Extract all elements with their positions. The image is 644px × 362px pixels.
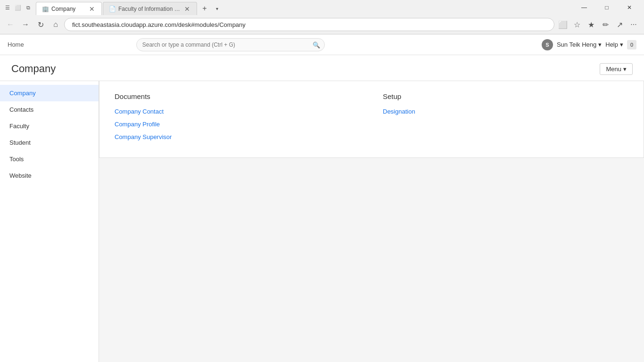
content-area: Documents Company Contact Company Profil… [99,81,644,362]
toolbar-icons: ⬜ ☆ ★ ✏ ↗ ··· [556,18,640,31]
favorites-icon[interactable]: ☆ [570,18,584,31]
menu-dropdown-icon: ▾ [623,66,627,73]
tab-favicon-company: 🏢 [42,6,49,12]
sidebar-item-website-label: Website [9,172,32,179]
module-panel: Documents Company Contact Company Profil… [99,81,644,158]
tab-title-company: Company [51,6,85,12]
help-button[interactable]: Help ▾ [605,41,623,48]
company-supervisor-link[interactable]: Company Supervisor [115,133,360,140]
sidebar-item-tools-label: Tools [9,156,24,163]
new-tab-button[interactable]: + [198,2,211,15]
sidebar-item-contacts-label: Contacts [9,106,33,113]
browser-chrome: ☰ ⬜ ⧉ 🏢 Company ✕ 📄 Faculty of Informati… [0,0,644,34]
tab-title-faculty: Faculty of Information Comi [118,6,181,12]
tab-close-company[interactable]: ✕ [88,5,96,13]
tab-close-faculty[interactable]: ✕ [183,5,191,13]
user-name-button[interactable]: Sun Teik Heng ▾ [557,41,602,48]
sidebar-item-company-label: Company [9,90,36,97]
close-button[interactable]: ✕ [619,0,640,15]
user-section: S Sun Teik Heng ▾ Help ▾ 0 [542,39,636,50]
sidebar-item-student-label: Student [9,139,31,146]
main-content: Company Contacts Faculty Student Tools W… [0,81,644,362]
forward-button[interactable]: → [19,18,32,31]
tabs-container: 🏢 Company ✕ 📄 Faculty of Information Com… [36,0,573,15]
tab-company[interactable]: 🏢 Company ✕ [36,2,102,15]
pen-icon[interactable]: ✏ [599,18,612,31]
company-profile-link[interactable]: Company Profile [115,121,360,128]
screen-icon[interactable]: ⬜ [14,4,22,11]
sidebar-item-faculty[interactable]: Faculty [0,118,99,134]
minimize-button[interactable]: — [573,0,595,15]
more-options-icon[interactable]: ··· [627,18,640,31]
browser-menu-icon[interactable]: ☰ [4,4,11,11]
tab-faculty[interactable]: 📄 Faculty of Information Comi ✕ [103,2,197,15]
tab-list-dropdown[interactable]: ▾ [211,2,223,15]
module-sections: Documents Company Contact Company Profil… [99,81,644,157]
user-avatar: S [542,39,553,50]
documents-section-title: Documents [115,92,360,100]
help-dropdown-icon: ▾ [620,41,623,48]
user-dropdown-icon: ▾ [598,41,602,48]
sidebar-item-company[interactable]: Company [0,85,99,101]
setup-section: Setup Designation [383,92,628,146]
refresh-button[interactable]: ↻ [34,18,47,31]
documents-section: Documents Company Contact Company Profil… [115,92,360,146]
sidebar: Company Contacts Faculty Student Tools W… [0,81,99,362]
search-input[interactable] [136,38,325,51]
search-icon: 🔍 [313,41,320,48]
title-bar: ☰ ⬜ ⧉ 🏢 Company ✕ 📄 Faculty of Informati… [0,0,644,15]
search-bar-container: 🔍 [136,38,325,51]
notification-badge[interactable]: 0 [627,40,636,49]
sidebar-item-tools[interactable]: Tools [0,151,99,167]
home-link[interactable]: Home [8,41,24,48]
menu-label: Menu [606,66,621,73]
setup-section-title: Setup [383,92,628,100]
maximize-button[interactable]: □ [596,0,618,15]
favorites-bar-icon[interactable]: ★ [585,18,598,31]
window-controls-left: ☰ ⬜ ⧉ [4,4,32,11]
window-controls-right: — □ ✕ [573,0,640,15]
tab-favicon-faculty: 📄 [109,6,116,12]
page-title: Company [11,63,56,75]
help-label: Help [605,41,618,48]
user-name-label: Sun Teik Heng [557,41,596,48]
sidebar-item-student[interactable]: Student [0,134,99,151]
company-contact-link[interactable]: Company Contact [115,108,360,115]
top-nav: Home 🔍 S Sun Teik Heng ▾ Help ▾ 0 [0,34,644,55]
page-header: Company Menu ▾ [0,55,644,81]
designation-link[interactable]: Designation [383,108,628,115]
back-button[interactable]: ← [4,18,17,31]
sidebar-item-faculty-label: Faculty [9,123,29,130]
reader-view-icon[interactable]: ⬜ [556,18,570,31]
sidebar-item-contacts[interactable]: Contacts [0,101,99,118]
tab-icon[interactable]: ⧉ [25,4,32,11]
address-bar-row: ← → ↻ ⌂ ⬜ ☆ ★ ✏ ↗ ··· [0,15,644,34]
menu-button[interactable]: Menu ▾ [600,63,633,75]
collections-icon[interactable]: ↗ [613,18,626,31]
sidebar-item-website[interactable]: Website [0,167,99,184]
app: Home 🔍 S Sun Teik Heng ▾ Help ▾ 0 Compan… [0,34,644,362]
home-button[interactable]: ⌂ [49,18,62,31]
address-input[interactable] [64,18,554,31]
